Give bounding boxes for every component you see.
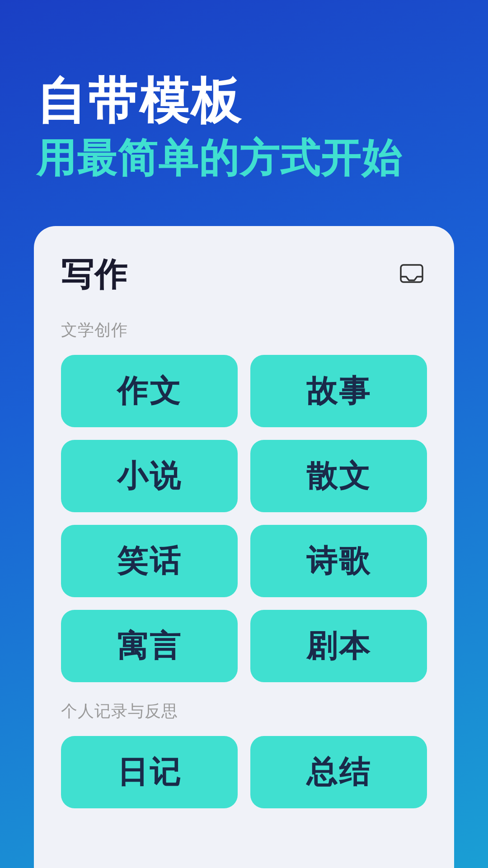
btn-yuyan[interactable]: 寓言 — [61, 610, 238, 682]
btn-zongjie[interactable]: 总结 — [250, 736, 427, 808]
btn-zuowen[interactable]: 作文 — [61, 355, 238, 427]
section1-grid: 作文 故事 小说 散文 笑话 诗歌 寓言 剧本 — [61, 355, 427, 682]
template-card: 写作 文学创作 作文 故事 小说 散文 笑话 诗歌 寓言 — [34, 226, 454, 868]
header: 自带模板 用最简单的方式开始 — [0, 0, 488, 218]
btn-shige[interactable]: 诗歌 — [250, 525, 427, 597]
btn-gushi[interactable]: 故事 — [250, 355, 427, 427]
section2-grid: 日记 总结 — [61, 736, 427, 808]
section1-label: 文学创作 — [61, 319, 427, 341]
section2: 个人记录与反思 日记 总结 — [61, 700, 427, 808]
card-title: 写作 — [61, 253, 128, 297]
btn-juben[interactable]: 剧本 — [250, 610, 427, 682]
section2-label: 个人记录与反思 — [61, 700, 427, 722]
btn-riji[interactable]: 日记 — [61, 736, 238, 808]
btn-sanwen[interactable]: 散文 — [250, 440, 427, 512]
card-header: 写作 — [61, 253, 427, 297]
btn-xiaoshuo[interactable]: 小说 — [61, 440, 238, 512]
inbox-icon[interactable] — [396, 259, 427, 290]
title-line2: 用最简单的方式开始 — [36, 134, 452, 182]
btn-xiaohua[interactable]: 笑话 — [61, 525, 238, 597]
title-line1: 自带模板 — [36, 72, 452, 130]
